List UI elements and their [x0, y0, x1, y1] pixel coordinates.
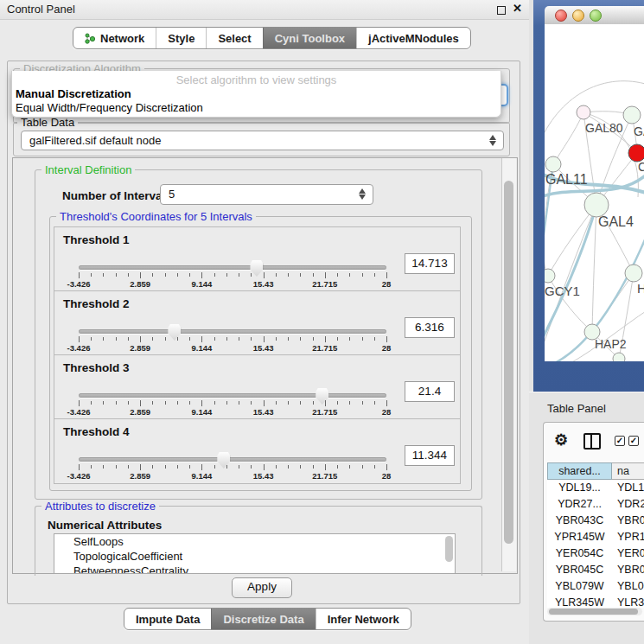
node-gal80[interactable] — [577, 105, 590, 119]
network-edge[interactable] — [592, 205, 596, 332]
apply-button[interactable]: Apply — [232, 577, 292, 598]
dropdown-option-manual-discretization[interactable]: Manual Discretization — [12, 87, 501, 101]
node-gal4[interactable] — [584, 193, 609, 217]
tab-network[interactable]: Network — [73, 28, 156, 48]
slider-track[interactable] — [79, 329, 386, 334]
cell-shared-name: YER054C — [547, 545, 612, 562]
column-header-shared-name[interactable]: shared... — [547, 462, 612, 480]
table-row[interactable]: YBR043CYBR0 — [547, 513, 644, 529]
tick-label: 2.859 — [130, 407, 150, 417]
horizontal-scrollbar-thumb[interactable] — [549, 609, 638, 615]
table-row[interactable]: YDR27...YDR2 — [547, 496, 644, 513]
tick-label: 2.859 — [130, 279, 150, 289]
traffic-light-zoom-icon[interactable] — [590, 10, 602, 22]
tab-impute-data[interactable]: Impute Data — [124, 609, 211, 629]
threshold-row-2: Threshold 2-3.4262.8599.14415.4321.71528… — [54, 290, 461, 356]
tab-select[interactable]: Select — [206, 28, 262, 48]
table-row[interactable]: YER054CYER0 — [547, 545, 644, 562]
gear-icon[interactable]: ⚙ — [554, 430, 568, 450]
tick-label: 15.43 — [253, 407, 274, 417]
column-header-name[interactable]: na — [612, 462, 644, 480]
tab-infer-network[interactable]: Infer Network — [316, 609, 411, 629]
network-graph[interactable]: GAL80GACGAL11GAL4GCY1HHAP2 — [545, 24, 644, 361]
split-columns-icon[interactable] — [583, 433, 601, 450]
algorithm-dropdown-options: Manual DiscretizationEqual Width/Frequen… — [12, 87, 501, 115]
tab-jactivemnodules[interactable]: jActiveMNodules — [356, 28, 470, 48]
vertical-scrollbar[interactable] — [501, 158, 516, 571]
threshold-value-field[interactable]: 6.316 — [405, 317, 455, 338]
cell-name: YDR2 — [612, 496, 644, 513]
tick-label: -3.426 — [67, 407, 91, 417]
node-top-right-label: GA — [634, 124, 644, 138]
close-icon[interactable]: ✕ — [513, 2, 522, 15]
slider-tick-labels: -3.4262.8599.14415.4321.71528 — [79, 471, 386, 480]
slider-ticks — [79, 272, 386, 278]
top-tab-bar: NetworkStyleSelectCyni ToolboxjActiveMNo… — [73, 27, 471, 49]
checkbox-icon[interactable]: ✓ — [628, 436, 639, 446]
dropdown-option-equal-width-frequency-discretization[interactable]: Equal Width/Frequency Discretization — [12, 101, 501, 115]
traffic-light-minimize-icon[interactable] — [572, 10, 584, 22]
tick-label: -3.426 — [67, 471, 91, 481]
node-h-label: H — [637, 281, 644, 296]
node-red[interactable] — [628, 144, 644, 162]
tab-discretize-data[interactable]: Discretize Data — [211, 609, 315, 629]
attribute-item-topologicalcoefficient[interactable]: TopologicalCoefficient — [54, 549, 455, 564]
algorithm-dropdown-hint: Select algorithm to view settings — [12, 71, 501, 87]
node-gcy1[interactable] — [545, 269, 555, 283]
cell-name: YLR3 — [612, 595, 644, 608]
tick-label: 2.859 — [130, 343, 150, 353]
node-gal11[interactable] — [545, 156, 561, 172]
tab-label: Infer Network — [328, 613, 399, 626]
node-top-right[interactable] — [623, 106, 641, 124]
cell-shared-name: YBR043C — [547, 513, 612, 529]
threshold-value-field[interactable]: 14.713 — [405, 253, 455, 274]
table-panel-body: ⚙ ✓ ✓ shared... na YDL19...YDL1YDR27...Y… — [543, 422, 644, 622]
cell-name: YDL1 — [612, 480, 644, 496]
cell-name: YPR1 — [612, 529, 644, 545]
tab-label: Discretize Data — [223, 613, 303, 626]
num-intervals-combobox[interactable]: 5 — [160, 184, 373, 205]
table-row[interactable]: YBL079WYBL0 — [547, 578, 644, 595]
table-row[interactable]: YLR345WYLR3 — [547, 595, 644, 608]
network-edge[interactable] — [571, 309, 644, 361]
checkbox-icon[interactable]: ✓ — [615, 436, 625, 446]
table-row[interactable]: YPR145WYPR1 — [547, 529, 644, 545]
slider-ticks — [79, 336, 386, 342]
network-canvas[interactable]: GAL80GACGAL11GAL4GCY1HHAP2 — [545, 24, 644, 361]
table-row[interactable]: YBR045CYBR0 — [547, 562, 644, 578]
node-bottom[interactable] — [613, 353, 625, 361]
tick-label: 9.144 — [192, 407, 213, 417]
traffic-light-close-icon[interactable] — [555, 10, 567, 22]
cell-name: YBR0 — [612, 562, 644, 578]
cell-shared-name: YDL19... — [547, 480, 612, 496]
node-h[interactable] — [625, 265, 642, 282]
tab-cyni-toolbox[interactable]: Cyni Toolbox — [263, 28, 356, 48]
tick-label: 9.144 — [192, 279, 213, 289]
network-view-window: GAL80GACGAL11GAL4GCY1HHAP2 — [533, 0, 644, 392]
tick-label: 9.144 — [192, 471, 213, 481]
numerical-attributes-list: SelfLoopsTopologicalCoefficientBetweenne… — [54, 533, 456, 574]
threshold-value-field[interactable]: 11.344 — [405, 445, 455, 466]
vertical-scrollbar-thumb[interactable] — [504, 181, 513, 544]
float-window-icon[interactable] — [497, 6, 506, 15]
list-scrollbar-thumb[interactable] — [445, 536, 453, 562]
attribute-item-betweennesscentrality[interactable]: BetweennessCentrality — [54, 564, 455, 574]
network-edge[interactable] — [553, 112, 583, 164]
threshold-value-field[interactable]: 21.4 — [405, 381, 455, 402]
attribute-item-selfloops[interactable]: SelfLoops — [54, 534, 455, 549]
table-data-value: galFiltered.sif default node — [29, 131, 161, 150]
slider-track[interactable] — [79, 457, 386, 462]
table-data-combobox[interactable]: galFiltered.sif default node — [21, 131, 504, 150]
table-row[interactable]: YDL19...YDL1 — [547, 480, 644, 496]
horizontal-scrollbar[interactable] — [547, 608, 642, 615]
node-gcy1-label: GCY1 — [545, 284, 580, 298]
threshold-row-3: Threshold 3-3.4262.8599.14415.4321.71528… — [54, 354, 461, 420]
slider-track[interactable] — [79, 393, 386, 398]
tick-label: 2.859 — [130, 471, 150, 481]
tick-label: 15.43 — [253, 279, 274, 289]
tick-label: 28 — [382, 279, 392, 289]
tab-style[interactable]: Style — [156, 28, 206, 48]
network-window-titlebar[interactable] — [545, 6, 644, 25]
threshold-label: Threshold 2 — [63, 297, 130, 310]
slider-track[interactable] — [79, 265, 386, 270]
